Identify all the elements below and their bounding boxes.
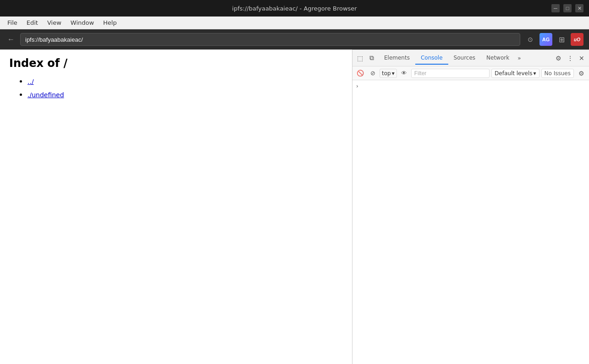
menu-file[interactable]: File: [4, 18, 21, 27]
page-title: Index of /: [9, 57, 343, 70]
menu-window[interactable]: Window: [67, 18, 98, 27]
inspect-icon: ⬚: [357, 55, 363, 62]
agregore-extension-button[interactable]: AG: [539, 33, 552, 46]
file-link-parent[interactable]: ../: [28, 78, 34, 85]
menu-help[interactable]: Help: [99, 18, 121, 27]
settings-icon: ⚙: [556, 55, 561, 62]
chevron-down-icon: ▾: [392, 70, 395, 77]
block-button[interactable]: ⊘: [368, 68, 378, 78]
log-level-chevron: ▾: [534, 70, 536, 77]
console-content: ›: [352, 80, 589, 364]
block-icon: ⊘: [370, 70, 375, 77]
list-item: ./undefined: [28, 88, 343, 102]
devtools-panel: ⬚ ⧉ Elements Console Sources Network » ⚙…: [352, 50, 589, 364]
menu-view[interactable]: View: [44, 18, 65, 27]
tab-network[interactable]: Network: [481, 52, 515, 65]
context-label: top: [382, 70, 391, 77]
clear-console-button[interactable]: 🚫: [354, 68, 366, 78]
browser-content: Index of / ../ ./undefined: [0, 50, 352, 364]
menu-edit[interactable]: Edit: [23, 18, 42, 27]
browser-toolbar: ← ⊙ AG ⊞ uO: [0, 29, 589, 50]
extensions-area: ⊙ AG ⊞ uO: [524, 33, 583, 46]
eye-icon: 👁: [401, 70, 407, 77]
console-filter-input[interactable]: [411, 69, 490, 78]
main-area: Index of / ../ ./undefined ⬚ ⧉ Elements …: [0, 50, 589, 364]
close-button[interactable]: ✕: [575, 4, 583, 12]
file-link-undefined[interactable]: ./undefined: [28, 91, 64, 99]
window-title: ipfs://bafyaabakaieac/ - Agregore Browse…: [232, 5, 357, 12]
agregore-icon: AG: [542, 37, 550, 42]
file-list: ../ ./undefined: [9, 75, 343, 102]
clear-icon: 🚫: [357, 70, 364, 77]
devtools-tab-controls: ⬚ ⧉: [354, 52, 377, 64]
qr-icon: ⊞: [559, 35, 565, 44]
eye-button[interactable]: 👁: [399, 68, 409, 78]
more-icon: ⋮: [567, 55, 573, 62]
console-settings-button[interactable]: ⚙: [576, 68, 587, 79]
list-item: ../: [28, 75, 343, 88]
inspect-element-button[interactable]: ⬚: [354, 52, 366, 64]
tab-sources[interactable]: Sources: [448, 52, 481, 65]
device-icon: ⧉: [369, 54, 374, 62]
ublock-extension-button[interactable]: uO: [571, 33, 583, 46]
device-toolbar-button[interactable]: ⧉: [367, 52, 377, 64]
console-settings-icon: ⚙: [578, 70, 584, 77]
qr-extension-button[interactable]: ⊞: [555, 33, 568, 46]
devtools-tabbar: ⬚ ⧉ Elements Console Sources Network » ⚙…: [352, 50, 589, 66]
no-issues-badge: No Issues: [541, 69, 574, 78]
star-icon: ⊙: [528, 36, 533, 43]
menu-bar: File Edit View Window Help: [0, 17, 589, 29]
title-bar: ipfs://bafyaabakaieac/ - Agregore Browse…: [0, 0, 589, 17]
log-level-label: Default levels: [495, 70, 532, 77]
log-level-selector[interactable]: Default levels ▾: [491, 69, 539, 78]
console-chevron-icon[interactable]: ›: [356, 83, 358, 89]
address-bar[interactable]: [20, 33, 520, 46]
back-button[interactable]: ←: [6, 33, 17, 45]
more-tabs-button[interactable]: »: [515, 53, 523, 63]
devtools-close-button[interactable]: ✕: [576, 53, 587, 64]
close-icon: ✕: [579, 55, 584, 62]
console-prompt: ›: [356, 82, 585, 90]
devtools-settings-button[interactable]: ⚙: [553, 53, 564, 64]
context-selector[interactable]: top ▾: [380, 69, 397, 78]
tab-elements[interactable]: Elements: [379, 52, 415, 65]
tab-console[interactable]: Console: [415, 52, 448, 65]
star-button[interactable]: ⊙: [524, 33, 537, 46]
maximize-button[interactable]: □: [563, 4, 572, 12]
minimize-button[interactable]: ─: [551, 4, 560, 12]
window-controls: ─ □ ✕: [551, 4, 583, 12]
devtools-more-button[interactable]: ⋮: [564, 53, 576, 64]
ublock-icon: uO: [574, 37, 580, 42]
console-toolbar: 🚫 ⊘ top ▾ 👁 Default levels ▾ No Issues ⚙: [352, 66, 589, 80]
